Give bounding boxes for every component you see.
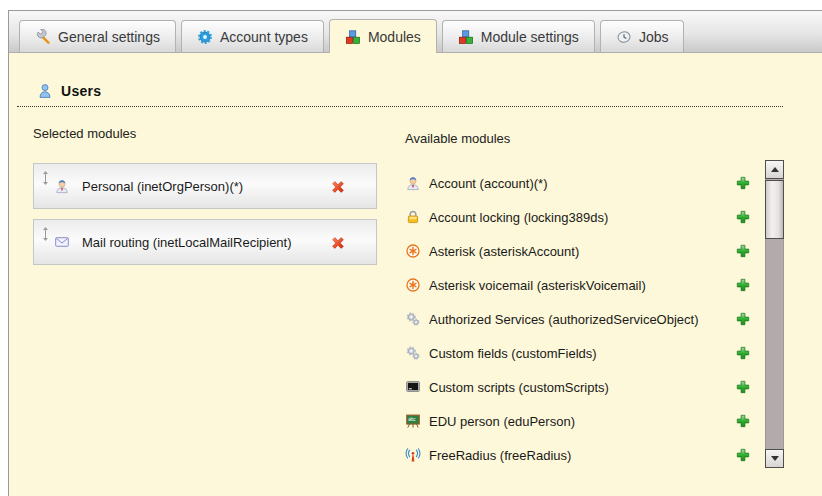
available-module-row: Authorized Services (authorizedServiceOb… bbox=[405, 302, 755, 336]
add-plus-icon bbox=[735, 209, 751, 225]
tab-general-settings[interactable]: General settings bbox=[19, 20, 176, 52]
radio-antenna-icon bbox=[405, 447, 421, 463]
user-icon bbox=[54, 178, 70, 194]
triangle-up-icon bbox=[771, 167, 779, 172]
drag-vertical-icon bbox=[41, 226, 50, 242]
chalkboard-icon: abc bbox=[405, 413, 421, 429]
add-plus-icon bbox=[735, 243, 751, 259]
add-plus-icon bbox=[735, 311, 751, 327]
drag-handle[interactable] bbox=[41, 226, 50, 246]
add-module-button[interactable] bbox=[735, 413, 751, 433]
remove-module-button[interactable] bbox=[330, 235, 346, 255]
selected-modules-list: Personal (inetOrgPerson)(*)Mail routing … bbox=[33, 163, 377, 275]
mail-icon bbox=[54, 234, 70, 250]
tab-label: General settings bbox=[58, 29, 160, 45]
delete-cross-icon bbox=[330, 179, 346, 195]
tab-label: Modules bbox=[368, 29, 421, 45]
tab-label: Account types bbox=[220, 29, 308, 45]
delete-cross-icon bbox=[330, 235, 346, 251]
modules-icon bbox=[345, 29, 361, 45]
module-name: FreeRadius (freeRadius) bbox=[429, 448, 571, 463]
triangle-down-icon bbox=[771, 456, 779, 461]
module-name: Personal (inetOrgPerson)(*) bbox=[82, 179, 243, 194]
drag-handle[interactable] bbox=[41, 170, 50, 190]
add-module-button[interactable] bbox=[735, 175, 751, 195]
scrollbar-thumb[interactable] bbox=[765, 180, 784, 239]
add-module-button[interactable] bbox=[735, 209, 751, 229]
add-plus-icon bbox=[735, 345, 751, 361]
module-name: EDU person (eduPerson) bbox=[429, 414, 575, 429]
modules-icon bbox=[458, 29, 474, 45]
remove-module-button[interactable] bbox=[330, 179, 346, 199]
available-modules-list: Account (account)(*)Account locking (loc… bbox=[405, 166, 755, 472]
add-module-button[interactable] bbox=[735, 447, 751, 467]
svg-text:abc: abc bbox=[408, 417, 416, 422]
clock-icon bbox=[616, 29, 632, 45]
add-plus-icon bbox=[735, 413, 751, 429]
terminal-icon bbox=[405, 379, 421, 395]
available-modules-scrollbar[interactable] bbox=[765, 160, 784, 468]
add-module-button[interactable] bbox=[735, 277, 751, 297]
available-modules-label: Available modules bbox=[405, 131, 510, 146]
tab-list: General settingsAccount typesModulesModu… bbox=[9, 11, 822, 52]
wrench-icon bbox=[35, 29, 51, 45]
available-module-row: Asterisk voicemail (asteriskVoicemail) bbox=[405, 268, 755, 302]
available-module-row: Custom fields (customFields) bbox=[405, 336, 755, 370]
available-module-row: Account (account)(*) bbox=[405, 166, 755, 200]
scrollbar-down-button[interactable] bbox=[765, 449, 784, 468]
selected-modules-label: Selected modules bbox=[33, 126, 136, 141]
asterisk-icon bbox=[405, 243, 421, 259]
module-name: Custom fields (customFields) bbox=[429, 346, 597, 361]
add-plus-icon bbox=[735, 447, 751, 463]
page: { "tabs": [ {"label": "General settings"… bbox=[0, 0, 822, 496]
gear-badge-icon bbox=[197, 29, 213, 45]
user-icon bbox=[405, 175, 421, 191]
selected-module-card: Mail routing (inetLocalMailRecipient) bbox=[33, 219, 377, 265]
module-name: Asterisk (asteriskAccount) bbox=[429, 244, 579, 259]
add-module-button[interactable] bbox=[735, 345, 751, 365]
tab-jobs[interactable]: Jobs bbox=[600, 20, 685, 52]
available-module-row: Asterisk (asteriskAccount) bbox=[405, 234, 755, 268]
scrollbar-up-button[interactable] bbox=[765, 160, 784, 179]
available-module-row: abcEDU person (eduPerson) bbox=[405, 404, 755, 438]
drag-vertical-icon bbox=[41, 170, 50, 186]
add-plus-icon bbox=[735, 277, 751, 293]
tab-account-types[interactable]: Account types bbox=[181, 20, 324, 52]
available-module-row: Custom scripts (customScripts) bbox=[405, 370, 755, 404]
person-blue-icon bbox=[37, 83, 53, 99]
module-name: Custom scripts (customScripts) bbox=[429, 380, 609, 395]
tab-strip: General settingsAccount typesModulesModu… bbox=[8, 10, 822, 53]
users-section-header: Users bbox=[17, 83, 783, 107]
available-module-row: Account locking (locking389ds) bbox=[405, 200, 755, 234]
add-module-button[interactable] bbox=[735, 379, 751, 399]
section-title: Users bbox=[61, 83, 101, 99]
add-module-button[interactable] bbox=[735, 311, 751, 331]
tab-label: Module settings bbox=[481, 29, 579, 45]
asterisk-icon bbox=[405, 277, 421, 293]
tab-module-settings[interactable]: Module settings bbox=[442, 20, 595, 52]
available-module-row: FreeRadius (freeRadius) bbox=[405, 438, 755, 472]
add-plus-icon bbox=[735, 175, 751, 191]
selected-module-card: Personal (inetOrgPerson)(*) bbox=[33, 163, 377, 209]
tab-modules[interactable]: Modules bbox=[329, 19, 437, 53]
module-name: Asterisk voicemail (asteriskVoicemail) bbox=[429, 278, 646, 293]
module-name: Account locking (locking389ds) bbox=[429, 210, 608, 225]
module-name: Mail routing (inetLocalMailRecipient) bbox=[82, 235, 292, 250]
module-name: Authorized Services (authorizedServiceOb… bbox=[429, 312, 699, 327]
add-module-button[interactable] bbox=[735, 243, 751, 263]
gears-icon bbox=[405, 311, 421, 327]
gears-icon bbox=[405, 345, 421, 361]
add-plus-icon bbox=[735, 379, 751, 395]
lock-icon bbox=[405, 209, 421, 225]
module-name: Account (account)(*) bbox=[429, 176, 548, 191]
tab-label: Jobs bbox=[639, 29, 669, 45]
